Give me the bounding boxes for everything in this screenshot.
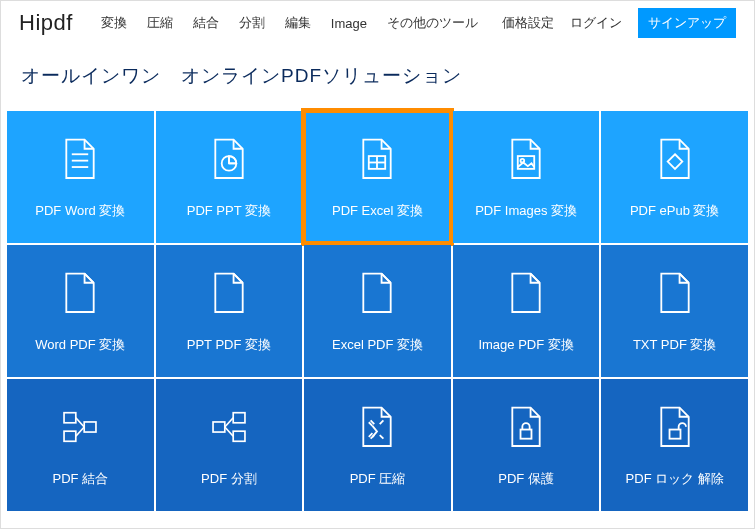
tile-2[interactable]: PDF Excel 変換 (304, 111, 451, 243)
tile-label: PDF Images 変換 (475, 202, 577, 220)
tile-label: PDF Word 変換 (35, 202, 125, 220)
svg-line-14 (76, 418, 84, 427)
tile-label: Image PDF 変換 (478, 336, 573, 354)
file-corner-icon (208, 268, 250, 318)
svg-rect-16 (213, 422, 225, 432)
file-corner-icon (356, 268, 398, 318)
tile-label: Excel PDF 変換 (332, 336, 423, 354)
svg-rect-17 (233, 413, 245, 423)
unlock-icon (654, 402, 696, 452)
doc-grid-icon (356, 134, 398, 184)
tile-7[interactable]: Excel PDF 変換 (304, 245, 451, 377)
tile-label: PDF Excel 変換 (332, 202, 423, 220)
tile-11[interactable]: PDF 分割 (156, 379, 303, 511)
doc-pie-icon (208, 134, 250, 184)
right-nav: 価格設定 ログイン サインアップ (502, 8, 736, 38)
nav-other[interactable]: その他のツール (387, 14, 478, 32)
doc-lines-icon (59, 134, 101, 184)
pricing-link[interactable]: 価格設定 (502, 14, 554, 32)
tile-9[interactable]: TXT PDF 変換 (601, 245, 748, 377)
doc-diamond-icon (654, 134, 696, 184)
svg-rect-25 (521, 430, 532, 439)
nav-edit[interactable]: 編集 (285, 14, 311, 32)
file-corner-icon (654, 268, 696, 318)
tile-label: PDF 分割 (201, 470, 257, 488)
tile-label: PDF ロック 解除 (626, 470, 724, 488)
svg-rect-26 (669, 430, 680, 439)
tile-label: PPT PDF 変換 (187, 336, 271, 354)
svg-rect-11 (64, 413, 76, 423)
compress-icon (356, 402, 398, 452)
file-corner-icon (505, 268, 547, 318)
svg-line-19 (225, 418, 233, 427)
tile-label: PDF 保護 (498, 470, 554, 488)
tools-grid: PDF Word 変換PDF PPT 変換PDF Excel 変換PDF Ima… (1, 111, 754, 519)
header: Hipdf 変換 圧縮 結合 分割 編集 Image その他のツール 価格設定 … (1, 1, 754, 45)
signup-button[interactable]: サインアップ (638, 8, 736, 38)
tile-label: PDF PPT 変換 (187, 202, 271, 220)
login-link[interactable]: ログイン (570, 14, 622, 32)
lock-icon (505, 402, 547, 452)
nav-merge[interactable]: 結合 (193, 14, 219, 32)
tile-1[interactable]: PDF PPT 変換 (156, 111, 303, 243)
split-icon (208, 402, 250, 452)
svg-line-20 (225, 427, 233, 436)
logo[interactable]: Hipdf (19, 10, 73, 36)
tile-6[interactable]: PPT PDF 変換 (156, 245, 303, 377)
tile-5[interactable]: Word PDF 変換 (7, 245, 154, 377)
tile-12[interactable]: PDF 圧縮 (304, 379, 451, 511)
svg-rect-18 (233, 431, 245, 441)
nav-compress[interactable]: 圧縮 (147, 14, 173, 32)
svg-line-15 (76, 427, 84, 436)
doc-image-icon (505, 134, 547, 184)
tile-label: PDF 圧縮 (350, 470, 406, 488)
tile-10[interactable]: PDF 結合 (7, 379, 154, 511)
tile-label: TXT PDF 変換 (633, 336, 717, 354)
nav-convert[interactable]: 変換 (101, 14, 127, 32)
tile-8[interactable]: Image PDF 変換 (453, 245, 600, 377)
tile-13[interactable]: PDF 保護 (453, 379, 600, 511)
tile-0[interactable]: PDF Word 変換 (7, 111, 154, 243)
tile-label: PDF 結合 (52, 470, 108, 488)
file-corner-icon (59, 268, 101, 318)
tile-label: Word PDF 変換 (35, 336, 125, 354)
nav: 変換 圧縮 結合 分割 編集 Image その他のツール (101, 14, 478, 32)
nav-image[interactable]: Image (331, 16, 367, 31)
merge-icon (59, 402, 101, 452)
tile-14[interactable]: PDF ロック 解除 (601, 379, 748, 511)
svg-rect-13 (84, 422, 96, 432)
page-title: オールインワン オンラインPDFソリューション (1, 45, 754, 111)
nav-split[interactable]: 分割 (239, 14, 265, 32)
tile-4[interactable]: PDF ePub 変換 (601, 111, 748, 243)
tile-label: PDF ePub 変換 (630, 202, 720, 220)
svg-rect-12 (64, 431, 76, 441)
tile-3[interactable]: PDF Images 変換 (453, 111, 600, 243)
